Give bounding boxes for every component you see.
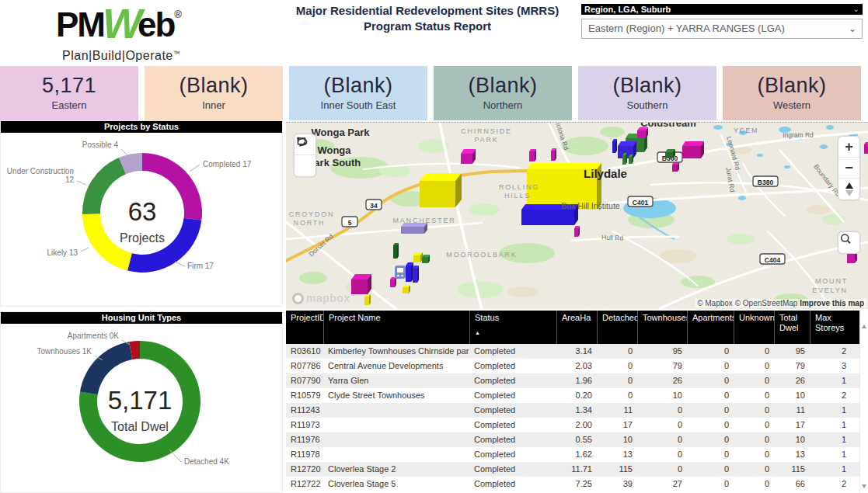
map-search-button[interactable]	[838, 232, 859, 253]
table-cell: 0	[734, 447, 774, 462]
kpi-card-inner[interactable]: (Blank)Inner	[145, 66, 283, 120]
improve-map-link[interactable]: Improve this map	[800, 299, 864, 307]
map-site-extrusion[interactable]	[672, 162, 679, 172]
donut-center-value: 63	[128, 197, 157, 226]
map-site-extrusion[interactable]	[551, 148, 556, 161]
compass-button[interactable]	[838, 179, 859, 200]
table-cell: Completed	[469, 388, 556, 403]
region-dropdown[interactable]: Eastern (Region) + YARRA RANGES (LGA) ⌄	[581, 19, 863, 39]
pmweb-logo: PMWeb® Plan|Build|Operate™	[56, 0, 235, 63]
table-row[interactable]: R11978Completed1.6213000131	[286, 447, 859, 462]
svg-text:B380: B380	[758, 179, 774, 186]
map-label-mount-1: MOUNT	[815, 277, 848, 285]
donut-callout-label: Likely 13	[47, 248, 78, 257]
map-site-extrusion[interactable]	[401, 223, 427, 234]
mapbox-logo-text: mapbox	[306, 292, 350, 304]
map-site-extrusion[interactable]	[403, 285, 410, 293]
map-site-extrusion[interactable]	[665, 149, 675, 158]
dashboard-root: PMWeb® Plan|Build|Operate™ Major Residen…	[0, 0, 868, 493]
column-header-status[interactable]: Status▲	[469, 311, 556, 344]
column-header-total-dwel[interactable]: Total Dwel	[774, 311, 810, 344]
map-site-extrusion[interactable]	[406, 262, 413, 282]
kpi-card-inner-south-east[interactable]: (Blank)Inner South East	[289, 66, 427, 120]
table-cell: 66	[774, 477, 810, 491]
mapbox-logo[interactable]: mapbox	[292, 292, 350, 304]
plus-icon: +	[845, 140, 853, 154]
slicer-header[interactable]: Region, LGA, Suburb ⌄	[581, 4, 863, 15]
column-header-unknown[interactable]: Unknown	[734, 311, 774, 344]
mapbox-logo-icon	[292, 293, 304, 304]
kpi-card-southern[interactable]: (Blank)Southern	[578, 66, 716, 120]
table-row[interactable]: R12720Cloverlea Stage 2Completed11.71115…	[286, 462, 859, 477]
map-site-extrusion[interactable]	[390, 277, 396, 287]
table-row[interactable]: R07786Central Avenue DevelopmentsComplet…	[286, 359, 859, 373]
donut-slice-under-construction[interactable]	[82, 158, 126, 214]
donut-center-label: Projects	[120, 231, 165, 245]
map-site-extrusion[interactable]	[864, 142, 868, 154]
map-canvas[interactable]: 345B380B360C401C404 Wonga ParkWongaPark …	[286, 123, 868, 309]
column-header-max-storeys[interactable]: Max Storeys	[810, 311, 851, 344]
table-cell: 1	[810, 432, 851, 447]
box-select-button[interactable]	[295, 155, 315, 176]
table-row[interactable]: R10579Clyde Street TownhousesCompleted0.…	[286, 388, 859, 403]
table-cell: 0	[734, 359, 774, 373]
map-site-extrusion[interactable]	[574, 226, 580, 237]
column-header-project-name[interactable]: Project Name	[323, 311, 469, 344]
map-visual[interactable]: 345B380B360C401C404 Wonga ParkWongaPark …	[286, 122, 868, 309]
scroll-up-arrow-icon[interactable]	[862, 325, 866, 328]
kpi-card-eastern[interactable]: 5,171Eastern	[0, 66, 138, 120]
table-cell: 115	[774, 462, 810, 477]
column-header-apartments[interactable]: Apartments	[687, 311, 734, 344]
map-site-extrusion[interactable]	[612, 139, 617, 153]
table-cell: R07786	[286, 359, 323, 373]
column-header-projectid[interactable]: ProjectID	[286, 311, 323, 344]
kpi-card-western[interactable]: (Blank)Western	[723, 66, 861, 120]
kpi-label: Inner South East	[289, 99, 427, 111]
map-site-extrusion[interactable]	[413, 266, 419, 283]
map-site-extrusion[interactable]	[422, 255, 430, 263]
region-dropdown-value: Eastern (Region) + YARRA RANGES (LGA)	[588, 23, 785, 34]
transit-station-icon	[395, 266, 406, 279]
table-cell: 2.03	[556, 359, 597, 373]
column-header-detached[interactable]: Detached	[597, 311, 637, 344]
map-site-extrusion[interactable]	[461, 149, 476, 164]
table-row[interactable]: R11973Completed2.0017000171	[286, 418, 859, 432]
map-site-extrusion[interactable]	[413, 252, 423, 262]
map-site-extrusion[interactable]	[529, 149, 536, 161]
map-label-manchester: MANCHESTER	[392, 217, 455, 224]
table-row[interactable]: R12722Cloverlea Stage 5Completed7.253927…	[286, 477, 859, 491]
map-site-extrusion[interactable]	[364, 294, 371, 305]
osm-attribution-link[interactable]: © OpenStreetMap	[735, 299, 798, 307]
zoom-in-button[interactable]: +	[838, 137, 859, 158]
table-row[interactable]: R11976Completed0.5510000101	[286, 432, 859, 447]
map-label-rolling-2: HILLS	[504, 192, 531, 200]
table-cell: 0	[734, 432, 774, 447]
map-site-extrusion[interactable]	[393, 243, 399, 259]
column-header-townhouses[interactable]: Townhouses	[637, 311, 687, 344]
map-label-croydon-2: NORTH	[294, 219, 326, 227]
column-header-areaha[interactable]: AreaHa	[556, 311, 597, 344]
zoom-out-button[interactable]: −	[838, 158, 859, 179]
donut-callout-label: Completed 17	[203, 160, 252, 168]
map-label-mount-2: EVELYN	[812, 286, 848, 294]
table-cell: 3	[810, 359, 851, 373]
svg-text:C401: C401	[633, 199, 649, 207]
map-site-extrusion[interactable]	[351, 274, 371, 294]
table-row[interactable]: R07790Yarra GlenCompleted1.9602600261	[286, 373, 859, 388]
table-scrollbar[interactable]	[859, 311, 868, 493]
mapbox-attribution-link[interactable]: © Mapbox	[697, 299, 733, 307]
map-site-extrusion[interactable]	[622, 153, 627, 165]
map-site-extrusion[interactable]	[637, 127, 648, 138]
map-site-extrusion[interactable]	[420, 173, 462, 207]
kpi-value: (Blank)	[578, 73, 716, 98]
pmweb-logo-w: W	[103, 0, 141, 47]
table-cell: 13	[597, 447, 637, 462]
map-site-extrusion[interactable]	[629, 154, 633, 164]
map-label-lilydale: Lilydale	[584, 167, 627, 180]
table-row[interactable]: R11243Completed1.3411000111	[286, 403, 859, 418]
table-cell: Completed	[469, 403, 556, 418]
table-row[interactable]: R03610Kimberley Townhouses Chirnside par…	[286, 344, 859, 359]
map-site-extrusion[interactable]	[682, 141, 704, 158]
scroll-down-arrow-icon[interactable]	[862, 484, 866, 488]
kpi-card-northern[interactable]: (Blank)Northern	[434, 66, 572, 120]
